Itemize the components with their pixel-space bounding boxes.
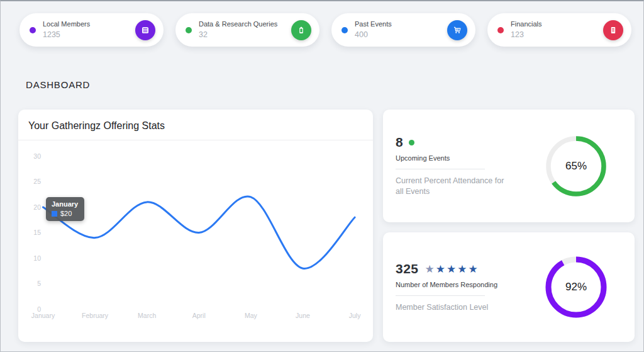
stat-card-label: Financials: [511, 20, 542, 29]
clipboard-icon[interactable]: [291, 20, 311, 40]
star-icon: ★: [425, 263, 436, 275]
dashboard-screen: Local Members 1235 Data & Research Queri…: [0, 0, 644, 352]
stat-card-local-members[interactable]: Local Members 1235: [19, 13, 164, 47]
stat-card-value: 32: [199, 30, 277, 40]
offering-stats-card: Your Gatheringz Offering Stats 051015202…: [18, 110, 373, 342]
tooltip-series-marker: [52, 211, 57, 217]
svg-text:April: April: [192, 312, 206, 319]
satisfaction-divider: [396, 295, 485, 296]
cart-icon[interactable]: [447, 20, 467, 40]
stat-card-label: Local Members: [43, 20, 90, 29]
page-title: DASHBOARD: [26, 79, 90, 90]
stat-card-label: Data & Research Queries: [199, 20, 277, 29]
stat-card-data-research[interactable]: Data & Research Queries 32: [175, 13, 319, 47]
svg-text:25: 25: [33, 178, 41, 185]
events-divider: [396, 169, 485, 169]
stat-card-label: Past Events: [355, 20, 392, 29]
financials-dot: [497, 27, 504, 33]
members-responding-count: 325: [396, 261, 419, 276]
star-icon: ★: [447, 263, 457, 275]
svg-text:20: 20: [33, 203, 41, 211]
attendance-donut: 65%: [541, 132, 611, 201]
events-description: Current Percent Attendance for all Event…: [396, 176, 508, 198]
line-chart[interactable]: 051015202530JanuaryFebruaryMarchAprilMay…: [18, 144, 373, 333]
svg-text:10: 10: [33, 254, 41, 262]
side-column: 8 Upcoming Events Current Percent Attend…: [383, 110, 635, 342]
dashboard-content: Your Gatheringz Offering Stats 051015202…: [18, 110, 635, 342]
upcoming-events-card: 8 Upcoming Events Current Percent Attend…: [383, 110, 635, 222]
stat-card-value: 1235: [43, 30, 90, 40]
chart-tooltip: January $20: [46, 197, 84, 221]
svg-text:15: 15: [33, 229, 41, 236]
stat-card-value: 123: [511, 30, 542, 40]
svg-text:March: March: [138, 312, 156, 319]
star-icon: ★: [469, 263, 479, 275]
tooltip-value: $20: [60, 210, 72, 217]
stat-card-row: Local Members 1235 Data & Research Queri…: [19, 13, 631, 47]
satisfaction-description: Member Satisfaction Level: [396, 302, 508, 314]
list-icon[interactable]: [135, 20, 155, 40]
line-chart-area: 051015202530JanuaryFebruaryMarchAprilMay…: [18, 144, 373, 333]
upcoming-events-count: 8: [396, 135, 403, 150]
members-responding-label: Number of Members Responding: [396, 281, 512, 288]
satisfaction-card: 325 ★★★★★ Number of Members Responding M…: [383, 232, 635, 342]
svg-text:July: July: [349, 312, 361, 319]
stat-card-value: 400: [355, 30, 392, 40]
local-members-dot: [30, 27, 36, 33]
receipt-icon[interactable]: [603, 20, 623, 40]
satisfaction-percent: 92%: [541, 253, 611, 322]
attendance-percent: 65%: [541, 132, 611, 201]
chart-title-divider: [18, 140, 373, 140]
data-research-dot: [186, 27, 192, 33]
stat-card-financials[interactable]: Financials 123: [487, 13, 631, 47]
svg-text:June: June: [296, 312, 310, 319]
star-rating: ★★★★★: [425, 264, 479, 275]
svg-text:5: 5: [37, 280, 41, 287]
upcoming-events-label: Upcoming Events: [396, 154, 512, 162]
satisfaction-donut: 92%: [541, 253, 611, 322]
past-events-dot: [341, 27, 348, 33]
chart-title: Your Gatheringz Offering Stats: [18, 110, 373, 140]
star-icon: ★: [457, 263, 468, 275]
stat-card-past-events[interactable]: Past Events 400: [331, 13, 475, 47]
events-status-dot: [409, 140, 414, 145]
svg-text:30: 30: [33, 152, 41, 160]
star-icon: ★: [436, 263, 447, 275]
svg-text:January: January: [31, 312, 55, 319]
tooltip-month: January: [52, 200, 78, 208]
svg-text:May: May: [245, 312, 258, 319]
svg-text:February: February: [82, 312, 109, 319]
